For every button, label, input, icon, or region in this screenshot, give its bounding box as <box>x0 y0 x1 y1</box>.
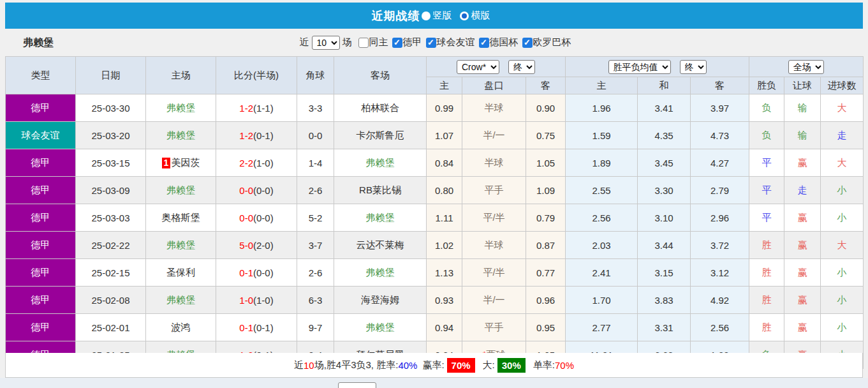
home-team: 弗赖堡 <box>146 122 216 149</box>
league-badge: 德甲 <box>6 314 76 341</box>
full-score: 1-2 <box>239 130 253 141</box>
avg-home-odds: 2.55 <box>566 177 638 204</box>
corner-score: 2-6 <box>297 177 334 204</box>
league-checkbox-friendly[interactable]: ✓ <box>426 38 436 48</box>
summary-single-label: 单率: <box>533 359 555 371</box>
same-home-label[interactable]: 同主 <box>369 36 388 48</box>
avg-draw-odds: 4.35 <box>638 122 691 149</box>
crow-away-odds: 0.79 <box>526 204 566 232</box>
result-wdl: 胜 <box>749 314 784 341</box>
result-goals: 小 <box>821 177 864 204</box>
summary-single-rate: 70% <box>555 360 574 371</box>
away-team: 云达不莱梅 <box>334 232 427 259</box>
league-checkbox-bundesliga[interactable]: ✓ <box>392 38 402 48</box>
col-header-type: 类型 <box>6 57 76 94</box>
col-header-home: 主场 <box>146 57 216 94</box>
near-label: 近 <box>300 36 309 48</box>
result-handicap: 输 <box>784 122 821 149</box>
half-score: (0-1) <box>253 322 274 333</box>
vertical-layout-label[interactable]: 竖版 <box>433 10 452 22</box>
score-cell: 1-2(0-1) <box>216 122 297 149</box>
avg-away-odds: 4.73 <box>691 122 749 149</box>
avg-away-odds: 2.96 <box>691 204 749 232</box>
avg-home-odds: 2.77 <box>566 314 638 341</box>
league-label-friendly[interactable]: 球会友谊 <box>437 36 475 48</box>
table-row: 德甲 25-03-09 弗赖堡 0-0(0-0) 2-6 RB莱比锡 0.80 … <box>6 177 864 204</box>
subheader-let: 让球 <box>784 77 821 94</box>
scope-select[interactable]: 全场 <box>788 60 824 74</box>
score-cell: 1-0(1-0) <box>216 287 297 314</box>
same-home-checkbox[interactable] <box>358 38 369 48</box>
avg-away-odds: 4.27 <box>691 149 749 177</box>
corner-score: 6-3 <box>297 287 334 314</box>
avg-odds-select[interactable]: 胜平负均值 <box>608 60 671 74</box>
odds-time-select[interactable]: 终 <box>508 60 535 74</box>
odds-source-select[interactable]: Crow* <box>457 60 499 74</box>
table-row: 球会友谊 25-03-20 弗赖堡 1-2(0-1) 0-0 卡尔斯鲁厄 1.0… <box>6 122 864 149</box>
col-header-corner: 角球 <box>297 57 334 94</box>
col-header-score: 比分(半场) <box>216 57 297 94</box>
result-goals: 大 <box>821 94 864 122</box>
avg-draw-odds: 3.31 <box>638 314 691 341</box>
avg-away-odds: 3.12 <box>691 259 749 287</box>
summary-win-rate: 40% <box>398 360 417 371</box>
crow-away-odds: 0.75 <box>526 122 566 149</box>
crow-home-odds: 1.02 <box>427 232 462 259</box>
away-team: 柏林联合 <box>334 94 427 122</box>
subheader-result: 胜负 <box>749 77 784 94</box>
league-label-dfb-cup[interactable]: 德国杯 <box>490 36 519 48</box>
match-date: 25-03-20 <box>76 122 146 149</box>
avg-time-select[interactable]: 终 <box>680 60 707 74</box>
handicap: 半球 <box>462 94 526 122</box>
match-date: 25-02-08 <box>76 287 146 314</box>
away-team: 弗赖堡 <box>334 204 427 232</box>
full-score: 1-0 <box>239 295 253 306</box>
corner-score: 1-4 <box>297 149 334 177</box>
league-badge: 球会友谊 <box>6 122 76 149</box>
result-handicap: 赢 <box>784 232 821 259</box>
league-badge: 德甲 <box>6 287 76 314</box>
league-label-europa[interactable]: 欧罗巴杯 <box>533 36 571 48</box>
avg-draw-odds: 3.44 <box>638 232 691 259</box>
handicap: 平/半 <box>462 204 526 232</box>
league-badge: 德甲 <box>6 259 76 287</box>
result-wdl: 平 <box>749 177 784 204</box>
crow-home-odds: 0.94 <box>427 314 462 341</box>
match-date: 25-03-09 <box>76 177 146 204</box>
corner-score: 0-0 <box>297 122 334 149</box>
home-team: 弗赖堡 <box>146 287 216 314</box>
summary-record: 场,胜4平3负3, 胜率: <box>314 359 399 371</box>
avg-draw-odds: 3.41 <box>638 94 691 122</box>
league-checkbox-europa[interactable]: ✓ <box>522 38 533 48</box>
match-date: 25-02-22 <box>76 232 146 259</box>
corner-score: 3-7 <box>297 232 334 259</box>
horizontal-layout-label[interactable]: 横版 <box>471 10 490 22</box>
result-goals: 小 <box>821 259 864 287</box>
corner-score: 9-7 <box>297 314 334 341</box>
summary-handicap-rate-chip: 70% <box>447 358 475 373</box>
half-score: (0-0) <box>253 213 274 223</box>
avg-away-odds: 2.79 <box>691 177 749 204</box>
horizontal-layout-radio[interactable] <box>460 11 469 20</box>
full-score: 0-0 <box>239 185 253 196</box>
crow-home-odds: 1.13 <box>427 259 462 287</box>
vertical-layout-radio[interactable] <box>422 11 430 20</box>
full-score: 0-1 <box>239 322 253 333</box>
title-bar: 近期战绩 竖版 横版 <box>5 3 863 29</box>
bottom-strip <box>0 378 868 388</box>
crow-away-odds: 0.77 <box>526 259 566 287</box>
corner-score: 3-3 <box>297 94 334 122</box>
crow-away-odds: 1.09 <box>526 177 566 204</box>
league-checkbox-dfb-cup[interactable]: ✓ <box>479 38 489 48</box>
league-label-bundesliga[interactable]: 德甲 <box>403 36 422 48</box>
crow-home-odds: 0.93 <box>427 287 462 314</box>
match-count-select[interactable]: 10 <box>312 36 340 50</box>
avg-home-odds: 1.70 <box>566 287 638 314</box>
partial-select[interactable] <box>338 382 376 388</box>
corner-score: 5-2 <box>297 204 334 232</box>
full-score: 5-0 <box>239 240 253 251</box>
match-date: 25-02-15 <box>76 259 146 287</box>
avg-home-odds: 2.41 <box>566 259 638 287</box>
crow-away-odds: 1.05 <box>526 149 566 177</box>
handicap: 半球 <box>462 149 526 177</box>
